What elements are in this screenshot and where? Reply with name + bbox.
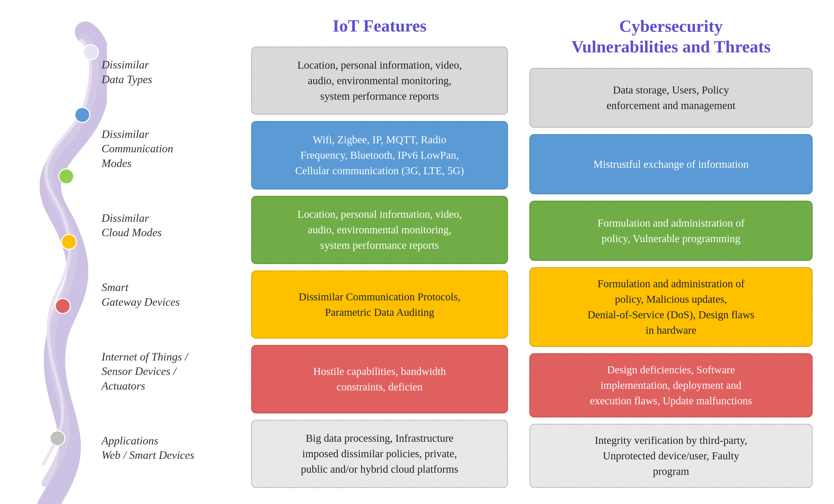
cyber-box-6: Integrity verification by third-party, U… — [529, 424, 813, 488]
label-iot-sensor: Internet of Things /Sensor Devices /Actu… — [102, 350, 230, 393]
cyber-box-3: Formulation and administration of policy… — [529, 201, 813, 261]
cyber-box-2: Mistrustful exchange of information — [529, 134, 813, 194]
spiral-svg — [0, 16, 107, 504]
iot-box-1: Location, personal information, video, a… — [251, 46, 508, 115]
dot-smart-gateway — [62, 234, 76, 249]
iot-box-5: Hostile capabilities, bandwidth constrai… — [251, 345, 508, 413]
cybersecurity-header: Cybersecurity Vulnerabilities and Threat… — [529, 16, 813, 57]
label-dissimilar-data-types: DissimilarData Types — [102, 58, 230, 87]
label-dissimilar-cloud-modes: DissimilarCloud Modes — [102, 211, 230, 240]
dot-dissimilar-cloud-modes — [59, 169, 74, 184]
iot-box-4: Dissimilar Communication Protocols, Para… — [251, 270, 508, 338]
left-panel: DissimilarData Types DissimilarCommunica… — [0, 16, 241, 488]
dot-iot-sensor — [55, 299, 70, 313]
dot-dissimilar-data-types — [83, 45, 98, 60]
label-applications-web: ApplicationsWeb / Smart Devices — [102, 434, 230, 463]
label-smart-gateway: SmartGateway Devices — [102, 280, 230, 309]
right-panel: Cybersecurity Vulnerabilities and Threat… — [519, 16, 813, 488]
iot-boxes-container: Location, personal information, video, a… — [251, 46, 508, 488]
cyber-boxes-container: Data storage, Users, Policy enforcement … — [529, 68, 813, 488]
dot-dissimilar-comm-modes — [75, 107, 90, 123]
cyber-box-4: Formulation and administration of policy… — [529, 267, 813, 347]
main-container: DissimilarData Types DissimilarCommunica… — [0, 0, 834, 504]
iot-box-2: Wifi, Zigbee, IP, MQTT, Radio Frequency,… — [251, 121, 508, 189]
cyber-box-1: Data storage, Users, Policy enforcement … — [529, 68, 813, 128]
labels-column: DissimilarData Types DissimilarCommunica… — [102, 32, 230, 488]
cyber-box-5: Design deficiencies, Software implementa… — [529, 353, 813, 417]
label-dissimilar-comm-modes: DissimilarCommunicationModes — [102, 127, 230, 171]
dot-applications-web — [50, 431, 65, 446]
iot-features-header: IoT Features — [251, 16, 508, 36]
iot-box-3: Location, personal information, video, a… — [251, 196, 508, 264]
center-panel: IoT Features Location, personal informat… — [241, 16, 519, 488]
iot-box-6: Big data processing, Infrastructure impo… — [251, 420, 508, 488]
